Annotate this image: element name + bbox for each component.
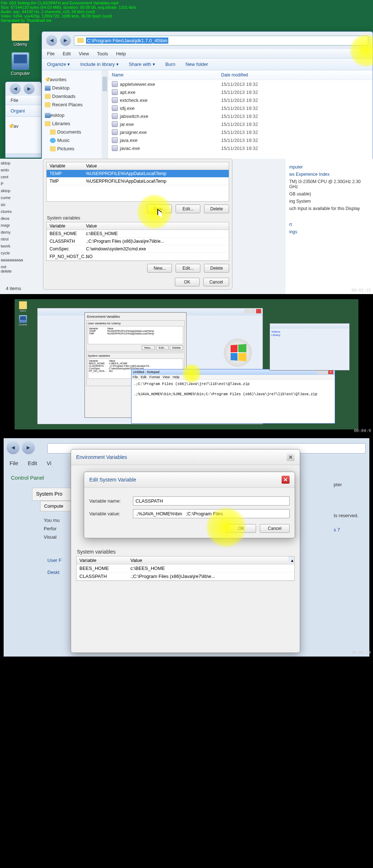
sidebar-scrollbar[interactable] <box>102 70 108 160</box>
sidebar-downloads[interactable]: Downloads <box>42 92 108 100</box>
file-list: Name Date modified appletviewer.exe15/11… <box>108 70 373 160</box>
table-row[interactable]: TMP%USERPROFILE%\AppData\Local\Temp <box>47 178 229 185</box>
table-row[interactable]: CLASSPATH.;C:\Program Files (x86)\Java\j… <box>76 572 294 580</box>
var-value-input[interactable] <box>133 509 290 518</box>
edit-var-dialog: Edit System Variable ✕ Variable name: Va… <box>84 472 295 538</box>
file-row[interactable]: extcheck.exe15/11/2013 19:32 <box>108 96 373 104</box>
back-button[interactable]: ◄ <box>7 441 20 454</box>
file-row[interactable]: java.exe15/11/2013 19:32 <box>108 136 373 144</box>
desktop-icon-udemy[interactable]: Udemy <box>7 23 34 47</box>
file-row[interactable]: jabswitch.exe15/11/2013 19:32 <box>108 112 373 120</box>
windows-logo-icon <box>224 338 252 367</box>
col-value[interactable]: Value <box>83 222 229 230</box>
file-header[interactable]: Name Date modified <box>108 70 373 80</box>
address-text: C:\Program Files\Java\jdk1.7.0_45\bin <box>86 37 168 44</box>
menu-edit[interactable]: Edit <box>63 51 71 56</box>
explorer-window: ◄ ► C:\Program Files\Java\jdk1.7.0_45\bi… <box>42 31 373 159</box>
menu-file[interactable]: File <box>47 51 55 56</box>
delete-button[interactable]: Delete <box>204 264 229 273</box>
app-icon <box>112 97 118 103</box>
scroll-up[interactable]: ▴ <box>288 556 294 564</box>
var-name-input[interactable] <box>133 496 290 506</box>
address-bar[interactable]: C:\Program Files\Java\jdk1.7.0_45\bin <box>74 36 368 45</box>
menu-file[interactable]: File <box>133 375 138 379</box>
organize-button[interactable]: Organize ▾ <box>47 62 70 67</box>
sidebar-documents[interactable]: Documents <box>42 128 108 136</box>
table-row[interactable]: CLASSPATH.;C:\Program Files (x86)\Java\j… <box>47 238 229 245</box>
fwd-button[interactable]: ► <box>60 35 71 46</box>
file-row[interactable]: apt.exe15/11/2013 19:32 <box>108 88 373 96</box>
file-row[interactable]: jar.exe15/11/2013 19:32 <box>108 120 373 128</box>
menu-edit[interactable]: Edit <box>141 375 147 379</box>
file-row[interactable]: jarsigner.exe15/11/2013 19:32 <box>108 128 373 136</box>
userf-label: User F <box>47 558 62 563</box>
ok-button[interactable]: OK <box>226 524 256 533</box>
edit-button[interactable]: Edit... <box>176 205 200 213</box>
fwd-button[interactable]: ► <box>24 83 35 94</box>
folder-icon <box>77 38 84 43</box>
desktop-icon-udemy: Udemy <box>17 301 29 312</box>
new-button[interactable]: New... <box>147 264 172 273</box>
fwd-button[interactable]: ► <box>22 441 35 454</box>
sidebar-favorites[interactable]: Favorites <box>42 75 108 84</box>
sidebar-favorites[interactable]: Fav <box>5 122 41 130</box>
ok-button[interactable]: OK <box>175 278 200 286</box>
table-row[interactable]: TEMP%USERPROFILE%\AppData\Local\Temp <box>47 170 229 178</box>
new-button[interactable]: New... <box>147 205 172 213</box>
menu-view[interactable]: Vi <box>47 460 51 466</box>
file-row[interactable]: idlj.exe15/11/2013 19:32 <box>108 104 373 112</box>
menu-view[interactable]: View <box>163 375 170 379</box>
delete-button[interactable]: Delete <box>204 205 229 213</box>
table-row[interactable]: FP_NO_HOST_C...NO <box>47 253 229 261</box>
menu-help[interactable]: Help <box>173 375 180 379</box>
sidebar-recent[interactable]: Recent Places <box>42 100 108 109</box>
col-variable[interactable]: Variable <box>76 556 127 564</box>
close-button[interactable]: × <box>328 370 333 374</box>
app-icon <box>112 145 118 151</box>
cancel-button[interactable]: Cancel <box>260 524 290 533</box>
new-folder-button[interactable]: New folder <box>185 62 208 67</box>
table-row[interactable]: ComSpecC:\windows\system32\cmd.exe <box>47 245 229 253</box>
back-button[interactable]: ◄ <box>10 83 21 94</box>
min-button[interactable] <box>317 370 322 374</box>
close-button[interactable]: ✕ <box>287 453 295 461</box>
organize-button[interactable]: Organi <box>11 108 25 114</box>
share-button[interactable]: Share with ▾ <box>129 62 155 67</box>
edit-button[interactable]: Edit... <box>176 264 200 273</box>
cancel-button[interactable]: Cancel <box>203 278 229 286</box>
burn-button[interactable]: Burn <box>165 62 175 67</box>
max-button[interactable] <box>323 370 328 374</box>
menu-help[interactable]: Help <box>116 51 126 56</box>
sidebar: Favorites Desktop Downloads Recent Place… <box>42 70 108 160</box>
include-library-button[interactable]: Include in library ▾ <box>80 62 118 67</box>
sidebar-music[interactable]: Music <box>42 136 108 144</box>
back-button[interactable]: ◄ <box>46 35 57 46</box>
table-row[interactable]: BEES_HOMEc:\BEES_HOME <box>76 564 294 572</box>
menu-view[interactable]: View <box>79 51 89 56</box>
close-button[interactable]: ✕ <box>282 476 290 484</box>
sidebar-pictures[interactable]: Pictures <box>42 144 108 153</box>
control-panel-link[interactable]: Control Panel <box>11 475 44 481</box>
menu-file[interactable]: File <box>11 98 18 103</box>
file-row[interactable]: appletviewer.exe15/11/2013 19:32 <box>108 80 373 88</box>
table-row[interactable]: BEES_HOMEc:\BEES_HOME <box>47 230 229 238</box>
desktop-icon <box>45 113 51 118</box>
menu-format[interactable]: Format <box>149 375 160 379</box>
col-value[interactable]: Value <box>83 162 229 170</box>
menu-file[interactable]: File <box>9 460 18 466</box>
video-metadata: File: 003 Setting the CLASSPATH and Envi… <box>1 1 136 23</box>
desktop-icon-computer[interactable]: Computer <box>7 52 34 76</box>
notepad-text[interactable]: .;C:\Program Files (x86)\Java\jre7\lib\e… <box>131 380 335 399</box>
col-variable[interactable]: Variable <box>47 222 83 230</box>
sidebar-desktop[interactable]: Desktop <box>42 84 108 92</box>
sidebar-desktop2[interactable]: Desktop <box>42 111 108 119</box>
system-vars-table: VariableValue BEES_HOMEc:\BEES_HOME CLAS… <box>46 222 229 261</box>
mini-library-window: VideosLibrary <box>270 323 350 370</box>
menu-edit[interactable]: Edit <box>28 460 37 466</box>
menu-tools[interactable]: Tools <box>97 51 108 56</box>
col-variable[interactable]: Variable <box>47 162 83 170</box>
file-row[interactable]: javac.exe15/11/2013 19:32 <box>108 144 373 152</box>
sidebar-libraries[interactable]: Libraries <box>42 119 108 128</box>
desktop-icon-computer: Computer <box>17 315 29 326</box>
col-value[interactable]: Value <box>127 556 288 564</box>
